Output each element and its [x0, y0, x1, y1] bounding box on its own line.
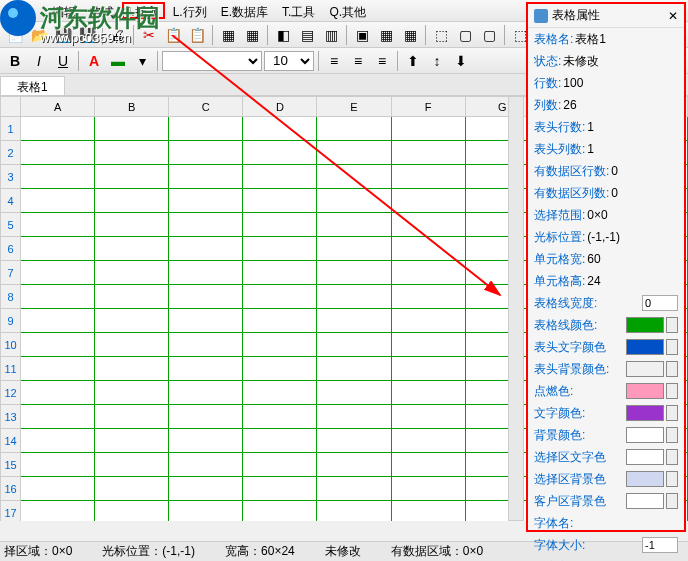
cell[interactable]: [243, 429, 317, 453]
cell[interactable]: [95, 117, 169, 141]
cell[interactable]: [95, 333, 169, 357]
cell[interactable]: [317, 429, 391, 453]
sel-text-color-swatch[interactable]: [626, 449, 664, 465]
cell[interactable]: [391, 189, 465, 213]
cell[interactable]: [95, 477, 169, 501]
menu-tools[interactable]: T.工具: [276, 2, 321, 19]
menu-other[interactable]: Q.其他: [323, 2, 372, 19]
cell[interactable]: [317, 357, 391, 381]
prop-align[interactable]: 对齐方式:: [528, 556, 684, 561]
align-top-icon[interactable]: ⬆: [402, 50, 424, 72]
cell[interactable]: [95, 381, 169, 405]
cell[interactable]: [243, 477, 317, 501]
fill-color-icon[interactable]: ▬: [107, 50, 129, 72]
cell[interactable]: [243, 333, 317, 357]
cell[interactable]: [317, 237, 391, 261]
cell[interactable]: [95, 309, 169, 333]
text-color-swatch[interactable]: [626, 405, 664, 421]
row-header[interactable]: 15: [1, 453, 21, 477]
cell[interactable]: [169, 405, 243, 429]
cell[interactable]: [391, 285, 465, 309]
scrollbar-vertical[interactable]: [508, 96, 524, 521]
row-header[interactable]: 13: [1, 405, 21, 429]
cell[interactable]: [391, 213, 465, 237]
row-header[interactable]: 17: [1, 501, 21, 522]
cell[interactable]: [169, 477, 243, 501]
cell[interactable]: [21, 501, 95, 522]
cell[interactable]: [169, 117, 243, 141]
cell[interactable]: [21, 453, 95, 477]
cell[interactable]: [317, 501, 391, 522]
cell[interactable]: [391, 429, 465, 453]
row-header[interactable]: 12: [1, 381, 21, 405]
cell[interactable]: [243, 405, 317, 429]
row-header[interactable]: 2: [1, 141, 21, 165]
cell[interactable]: [95, 429, 169, 453]
row-header[interactable]: 9: [1, 309, 21, 333]
color-btn[interactable]: [666, 471, 678, 487]
color-btn[interactable]: [666, 317, 678, 333]
row-header[interactable]: 4: [1, 189, 21, 213]
grid-color-swatch[interactable]: [626, 317, 664, 333]
row-header[interactable]: 6: [1, 237, 21, 261]
cell[interactable]: [21, 117, 95, 141]
cell[interactable]: [317, 141, 391, 165]
cell[interactable]: [317, 117, 391, 141]
tool-icon[interactable]: ▦: [399, 24, 421, 46]
cell[interactable]: [317, 261, 391, 285]
color-btn[interactable]: [666, 493, 678, 509]
cell[interactable]: [243, 117, 317, 141]
cell[interactable]: [243, 165, 317, 189]
prop-sel-bg-color[interactable]: 选择区背景色: [528, 468, 684, 490]
col-header[interactable]: E: [317, 97, 391, 117]
dot-color-swatch[interactable]: [626, 383, 664, 399]
cell[interactable]: [169, 429, 243, 453]
cell[interactable]: [391, 237, 465, 261]
tool-icon[interactable]: ▥: [320, 24, 342, 46]
cell[interactable]: [317, 333, 391, 357]
cell[interactable]: [21, 309, 95, 333]
cell[interactable]: [169, 357, 243, 381]
col-header[interactable]: A: [21, 97, 95, 117]
tab-sheet1[interactable]: 表格1: [0, 76, 65, 95]
align-left-icon[interactable]: ≡: [323, 50, 345, 72]
cell[interactable]: [243, 213, 317, 237]
header-text-color-swatch[interactable]: [626, 339, 664, 355]
col-header[interactable]: D: [243, 97, 317, 117]
cell[interactable]: [243, 261, 317, 285]
cell[interactable]: [21, 333, 95, 357]
tool-icon[interactable]: ◧: [272, 24, 294, 46]
cell[interactable]: [21, 261, 95, 285]
prop-font-size[interactable]: 字体大小:: [528, 534, 684, 556]
cell[interactable]: [169, 165, 243, 189]
cell[interactable]: [169, 309, 243, 333]
cell[interactable]: [21, 237, 95, 261]
prop-border-width[interactable]: 表格线宽度:: [528, 292, 684, 314]
cell[interactable]: [169, 501, 243, 522]
cell[interactable]: [169, 285, 243, 309]
cell[interactable]: [317, 213, 391, 237]
cell[interactable]: [317, 477, 391, 501]
cell[interactable]: [169, 333, 243, 357]
font-size-select[interactable]: 10: [264, 51, 314, 71]
prop-sel-text-color[interactable]: 选择区文字色: [528, 446, 684, 468]
tool-icon[interactable]: ⬚: [430, 24, 452, 46]
row-header[interactable]: 14: [1, 429, 21, 453]
close-icon[interactable]: ✕: [668, 9, 678, 23]
cell[interactable]: [391, 405, 465, 429]
cell[interactable]: [95, 453, 169, 477]
cell[interactable]: [317, 309, 391, 333]
cell[interactable]: [317, 405, 391, 429]
color-btn[interactable]: [666, 405, 678, 421]
cell[interactable]: [391, 261, 465, 285]
cell[interactable]: [169, 213, 243, 237]
cell[interactable]: [169, 453, 243, 477]
row-header[interactable]: 11: [1, 357, 21, 381]
prop-text-color[interactable]: 文字颜色:: [528, 402, 684, 424]
cell[interactable]: [243, 453, 317, 477]
cell[interactable]: [243, 501, 317, 522]
tool-icon[interactable]: ▢: [478, 24, 500, 46]
prop-bg-color[interactable]: 背景颜色:: [528, 424, 684, 446]
cell[interactable]: [391, 357, 465, 381]
cell[interactable]: [21, 405, 95, 429]
